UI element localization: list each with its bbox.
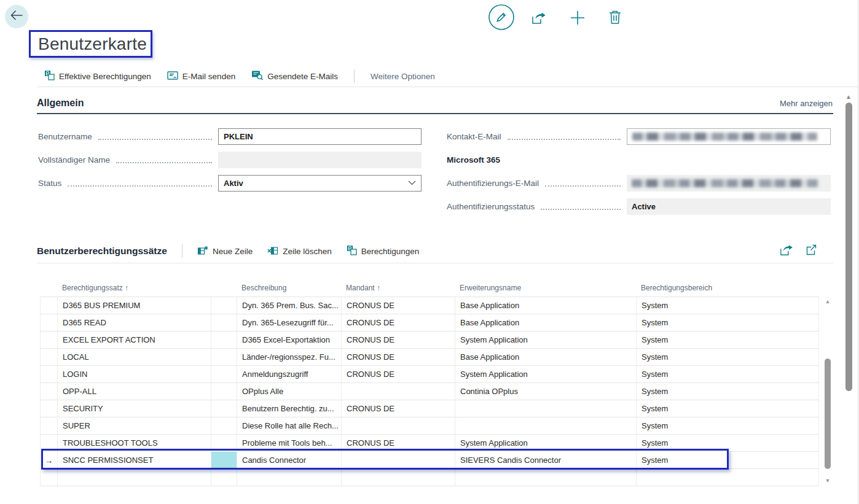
row-indicator-cell[interactable] (41, 435, 58, 451)
username-field[interactable] (218, 128, 422, 145)
cell-berechtigungsbereich[interactable]: System (637, 452, 819, 468)
chevron-down-icon[interactable] (408, 180, 416, 185)
cell-flag[interactable] (211, 297, 237, 314)
cell-mandant[interactable]: CRONUS DE (342, 435, 455, 451)
cell-berechtigungsbereich[interactable]: System (637, 297, 819, 314)
cell-erweiterungsname[interactable] (455, 469, 637, 486)
edit-button[interactable] (488, 4, 515, 33)
cell-mandant[interactable]: CRONUS DE (342, 314, 455, 331)
delete-button[interactable] (608, 9, 622, 28)
cell-berechtigungssatz[interactable]: SUPER (58, 417, 211, 434)
cell-berechtigungssatz[interactable]: D365 READ (58, 314, 211, 331)
page-scrollbar[interactable]: ▲ (843, 92, 854, 504)
table-row[interactable]: EXCEL EXPORT ACTION D365 Excel-Exportakt… (41, 331, 819, 349)
row-indicator-cell[interactable] (41, 314, 58, 331)
cell-berechtigungssatz[interactable]: LOGIN (58, 366, 211, 382)
show-more-link[interactable]: Mehr anzeigen (780, 99, 833, 108)
cell-erweiterungsname[interactable]: Continia OPplus (455, 383, 637, 400)
cell-berechtigungsbereich[interactable]: System (637, 383, 819, 400)
action-gesendete-emails[interactable]: Gesendete E-Mails (251, 70, 338, 82)
cell-erweiterungsname[interactable]: Base Application (455, 314, 637, 331)
status-dropdown[interactable]: Aktiv (218, 175, 422, 192)
column-header-erweiterungsname[interactable]: Erweiterungsname (455, 284, 636, 292)
table-row[interactable]: D365 BUS PREMIUM Dyn. 365 Prem. Bus. Sac… (41, 297, 819, 314)
cell-erweiterungsname[interactable]: System Application (455, 331, 637, 348)
row-indicator-cell[interactable]: → (41, 452, 58, 468)
cell-erweiterungsname[interactable]: Base Application (455, 349, 637, 365)
cell-berechtigungsbereich[interactable] (637, 469, 819, 486)
scroll-up-arrow-icon[interactable]: ▲ (822, 298, 833, 304)
cell-berechtigungssatz[interactable]: TROUBLESHOOT TOOLS (58, 435, 211, 451)
row-indicator-cell[interactable] (41, 417, 58, 434)
action-neue-zeile[interactable]: Neue Zeile (197, 246, 253, 257)
cell-beschreibung[interactable]: Candis Connector (237, 452, 342, 468)
cell-flag[interactable] (211, 400, 237, 417)
row-indicator-cell[interactable] (41, 349, 58, 365)
cell-flag[interactable] (211, 349, 237, 365)
column-header-mandant[interactable]: Mandant ↑ (341, 284, 455, 292)
cell-flag[interactable] (211, 469, 237, 486)
row-indicator-cell[interactable] (41, 383, 58, 400)
cell-mandant[interactable] (342, 452, 455, 468)
table-row[interactable]: OPP-ALL OPplus Alle Continia OPplus Syst… (41, 383, 819, 400)
table-row[interactable]: LOGIN Anmeldungszugriff CRONUS DE System… (41, 366, 819, 383)
column-header-berechtigungsbereich[interactable]: Berechtigungsbereich (636, 284, 818, 292)
cell-berechtigungsbereich[interactable]: System (637, 400, 819, 417)
cell-flag[interactable] (211, 452, 237, 468)
cell-berechtigungssatz[interactable]: D365 BUS PREMIUM (58, 297, 211, 314)
share-icon[interactable] (779, 243, 794, 259)
cell-berechtigungssatz[interactable]: OPP-ALL (58, 383, 211, 400)
column-header-beschreibung[interactable]: Beschreibung (237, 284, 341, 292)
cell-mandant[interactable]: CRONUS DE (342, 366, 455, 382)
cell-beschreibung[interactable]: Benutzern Berechtig. zu... (237, 400, 342, 417)
cell-berechtigungssatz[interactable]: LOCAL (58, 349, 211, 365)
cell-beschreibung[interactable]: Länder-/regionsspez. Fu... (237, 349, 342, 365)
cell-beschreibung[interactable]: Diese Rolle hat alle Rech... (237, 417, 342, 434)
action-zeile-loeschen[interactable]: Zeile löschen (267, 246, 332, 257)
back-button[interactable] (5, 5, 28, 28)
cell-berechtigungssatz[interactable]: EXCEL EXPORT ACTION (58, 331, 211, 348)
cell-flag[interactable] (211, 435, 237, 451)
action-effektive-berechtigungen[interactable]: Effektive Berechtigungen (44, 70, 151, 82)
table-row[interactable]: TROUBLESHOOT TOOLS Probleme mit Tools be… (41, 435, 819, 452)
row-indicator-cell[interactable] (41, 366, 58, 382)
cell-mandant[interactable]: CRONUS DE (342, 349, 455, 365)
cell-flag[interactable] (211, 331, 237, 348)
cell-beschreibung[interactable]: Probleme mit Tools beh... (237, 435, 342, 451)
cell-flag[interactable] (211, 366, 237, 382)
cell-flag[interactable] (211, 417, 237, 434)
cell-beschreibung[interactable]: Anmeldungszugriff (237, 366, 342, 382)
cell-berechtigungssatz[interactable]: SNCC PERMISSIONSET (58, 452, 211, 468)
cell-mandant[interactable] (342, 383, 455, 400)
cell-erweiterungsname[interactable]: System Application (455, 366, 637, 382)
cell-flag[interactable] (211, 383, 237, 400)
cell-mandant[interactable]: CRONUS DE (342, 297, 455, 314)
new-button[interactable] (569, 9, 586, 29)
cell-flag[interactable] (211, 314, 237, 331)
contact-email-field[interactable] (627, 128, 831, 145)
cell-erweiterungsname[interactable]: SIEVERS Candis Connector (455, 452, 637, 468)
table-scrollbar[interactable]: ▲ ▼ (822, 297, 833, 485)
cell-beschreibung[interactable]: D365 Excel-Exportaktion (237, 331, 342, 348)
cell-mandant[interactable]: CRONUS DE (342, 331, 455, 348)
cell-beschreibung[interactable]: OPplus Alle (237, 383, 342, 400)
cell-beschreibung[interactable]: Dyn. 365-Lesezugriff für... (237, 314, 342, 331)
scroll-down-arrow-icon[interactable]: ▼ (822, 478, 833, 484)
page-scrollbar-thumb[interactable] (845, 103, 852, 391)
cell-erweiterungsname[interactable]: Base Application (455, 297, 637, 314)
row-indicator-cell[interactable] (41, 469, 58, 486)
username-input[interactable] (224, 132, 416, 141)
cell-berechtigungsbereich[interactable]: System (637, 331, 819, 348)
cell-erweiterungsname[interactable] (455, 417, 637, 434)
row-indicator-cell[interactable] (41, 297, 58, 314)
action-berechtigungen[interactable]: Berechtigungen (347, 245, 420, 257)
scroll-up-arrow-icon[interactable]: ▲ (843, 94, 854, 100)
cell-berechtigungsbereich[interactable]: System (637, 349, 819, 365)
cell-berechtigungsbereich[interactable]: System (637, 366, 819, 382)
row-indicator-cell[interactable] (41, 400, 58, 417)
table-row[interactable]: SUPER Diese Rolle hat alle Rech... Syste… (41, 417, 819, 435)
more-options-button[interactable]: Weitere Optionen (371, 72, 435, 81)
action-email-senden[interactable]: E-Mail senden (167, 71, 235, 82)
row-indicator-cell[interactable] (41, 331, 58, 348)
cell-mandant[interactable] (342, 417, 455, 434)
